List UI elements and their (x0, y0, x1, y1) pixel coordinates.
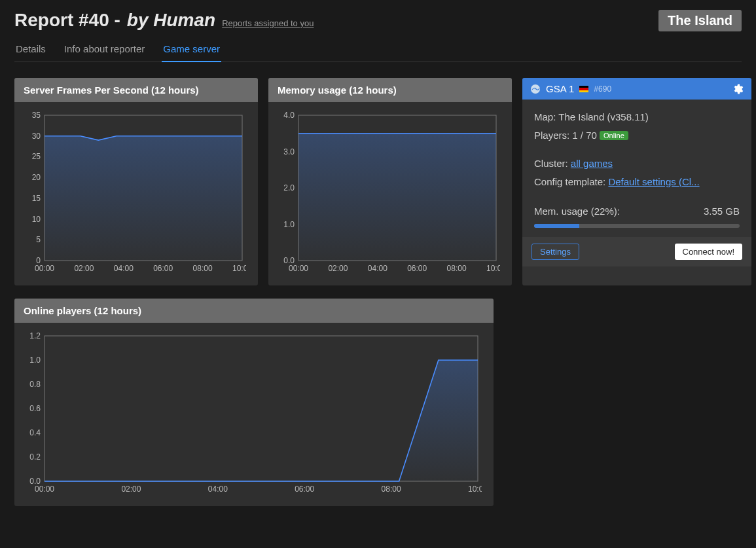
cluster-label: Cluster: (534, 158, 571, 169)
svg-text:00:00: 00:00 (35, 264, 54, 273)
tab-details[interactable]: Details (14, 38, 47, 62)
config-link[interactable]: Default settings (Cl... (608, 176, 699, 187)
svg-text:1.0: 1.0 (29, 356, 41, 365)
svg-text:08:00: 08:00 (382, 484, 401, 494)
svg-text:20: 20 (32, 173, 41, 182)
server-card-header: GSA 1 #690 (522, 78, 751, 100)
assigned-reports-link[interactable]: Reports assigned to you (222, 18, 314, 28)
panel-players: Online players (12 hours) 0.00.20.40.60.… (14, 299, 494, 506)
svg-text:10:00: 10:00 (486, 264, 500, 273)
svg-text:06:00: 06:00 (407, 264, 427, 273)
svg-text:35: 35 (32, 111, 41, 120)
svg-text:2.0: 2.0 (283, 183, 295, 192)
chart-players: 0.00.20.40.60.81.01.200:0002:0004:0006:0… (24, 332, 483, 494)
svg-text:00:00: 00:00 (289, 264, 308, 273)
svg-text:10:00: 10:00 (468, 484, 482, 494)
svg-text:02:00: 02:00 (74, 264, 94, 273)
panel-fps-title: Server Frames Per Second (12 hours) (14, 78, 258, 102)
svg-text:04:00: 04:00 (208, 484, 228, 494)
settings-button[interactable]: Settings (531, 244, 579, 260)
svg-text:1.2: 1.2 (29, 332, 41, 340)
svg-text:0.8: 0.8 (29, 380, 41, 389)
report-author: by Human (127, 10, 215, 31)
svg-text:06:00: 06:00 (153, 264, 173, 273)
config-label: Config template: (534, 176, 608, 187)
panel-memory: Memory usage (12 hours) 0.01.02.03.04.00… (268, 78, 512, 285)
server-id: #690 (594, 84, 611, 94)
island-button[interactable]: The Island (658, 10, 742, 31)
svg-text:0.4: 0.4 (29, 428, 41, 437)
chart-memory: 0.01.02.03.04.000:0002:0004:0006:0008:00… (278, 111, 501, 274)
server-map-line: Map: The Island (v358.11) (534, 109, 740, 126)
svg-text:3.0: 3.0 (283, 147, 295, 156)
tabs: Details Info about reporter Game server (14, 38, 742, 62)
mem-usage-bar (534, 224, 740, 228)
mem-usage-label: Mem. usage (22%): (534, 203, 620, 220)
svg-text:06:00: 06:00 (295, 484, 314, 494)
connect-button[interactable]: Connect now! (675, 244, 743, 260)
panel-players-title: Online players (12 hours) (14, 299, 494, 323)
cluster-link[interactable]: all games (571, 158, 613, 169)
tab-info-reporter[interactable]: Info about reporter (63, 38, 146, 62)
svg-text:10:00: 10:00 (232, 264, 246, 273)
svg-text:15: 15 (32, 194, 41, 203)
svg-text:0.2: 0.2 (29, 452, 41, 462)
svg-text:02:00: 02:00 (121, 484, 141, 494)
svg-text:04:00: 04:00 (114, 264, 134, 273)
svg-text:1.0: 1.0 (283, 220, 295, 229)
chart-fps: 0510152025303500:0002:0004:0006:0008:001… (24, 111, 247, 274)
tab-game-server[interactable]: Game server (162, 38, 221, 62)
svg-text:04:00: 04:00 (368, 264, 387, 273)
svg-text:25: 25 (32, 152, 41, 161)
server-card: GSA 1 #690 Map: The Island (v358.11) Pla… (522, 78, 751, 285)
report-title: Report #40 - (14, 10, 120, 31)
svg-text:08:00: 08:00 (447, 264, 467, 273)
svg-text:10: 10 (32, 215, 41, 224)
gear-icon[interactable] (732, 83, 744, 95)
svg-text:08:00: 08:00 (193, 264, 213, 273)
server-name: GSA 1 (546, 83, 574, 94)
svg-text:0.6: 0.6 (29, 404, 41, 413)
online-badge: Online (600, 131, 628, 140)
svg-text:00:00: 00:00 (35, 484, 54, 494)
panel-fps: Server Frames Per Second (12 hours) 0510… (14, 78, 258, 285)
svg-text:4.0: 4.0 (283, 111, 295, 120)
server-players-label: Players: 1 / 70 (534, 130, 597, 141)
svg-text:02:00: 02:00 (328, 264, 348, 273)
svg-text:5: 5 (36, 235, 41, 244)
server-game-icon (530, 84, 541, 94)
panel-memory-title: Memory usage (12 hours) (268, 78, 512, 102)
mem-usage-value: 3.55 GB (704, 203, 740, 220)
svg-text:30: 30 (32, 132, 41, 141)
server-flag-icon (579, 86, 588, 92)
